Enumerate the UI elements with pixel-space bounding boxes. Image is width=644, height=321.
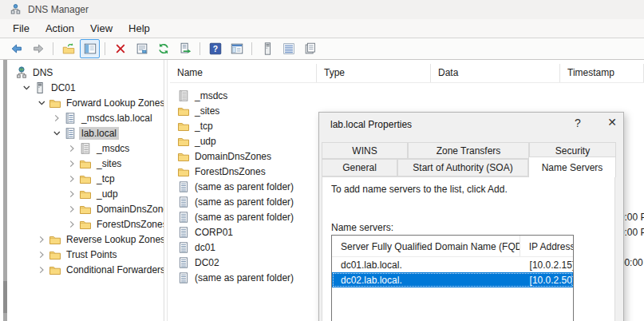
folder-icon bbox=[177, 135, 190, 148]
properties-window-button[interactable] bbox=[132, 39, 152, 58]
chevron-expanded-icon[interactable] bbox=[34, 98, 49, 108]
panel-divider-highlight bbox=[167, 60, 168, 321]
chevron-expanded-icon[interactable] bbox=[18, 83, 34, 93]
column-header-fqdn[interactable]: Server Fully Qualified Domain Name (FQDN… bbox=[332, 236, 520, 256]
chevron-collapsed-icon[interactable] bbox=[64, 159, 79, 168]
folder-icon bbox=[79, 218, 93, 231]
up-one-level-button[interactable] bbox=[58, 39, 78, 58]
dialog-title: lab.local Properties bbox=[330, 119, 412, 130]
tab-general[interactable]: General bbox=[322, 159, 397, 176]
dns-manager-window: { "window": { "title": "DNS Manager", "a… bbox=[0, 0, 644, 321]
menu-help[interactable]: Help bbox=[121, 20, 158, 37]
record-list-icon bbox=[282, 42, 296, 56]
toolbar-separator bbox=[53, 42, 53, 55]
server-icon bbox=[34, 81, 47, 94]
tree-item--msdcs[interactable]: _msdcs bbox=[7, 141, 164, 156]
tree-item--msdcs-lab-local[interactable]: _msdcs.lab.local bbox=[7, 110, 164, 125]
record-name: _msdcs bbox=[195, 90, 227, 101]
properties-dialog: lab.local Properties ? ✕ WINSZone Transf… bbox=[318, 112, 624, 321]
record-name: _udp bbox=[195, 136, 216, 147]
column-header-type[interactable]: Type bbox=[317, 64, 431, 82]
tree-item-forestdnszones[interactable]: ForestDnsZones bbox=[7, 216, 164, 232]
delete-icon bbox=[113, 42, 128, 56]
tab-start-of-authority-soa-[interactable]: Start of Authority (SOA) bbox=[397, 159, 528, 176]
dialog-help-button[interactable]: ? bbox=[568, 117, 587, 133]
record-icon bbox=[177, 211, 190, 224]
chevron-collapsed-icon[interactable] bbox=[64, 220, 79, 229]
tree-item-forward-lookup-zones[interactable]: Forward Lookup Zones bbox=[7, 95, 164, 110]
tree-item-dns[interactable]: DNS bbox=[7, 65, 164, 80]
menu-file[interactable]: File bbox=[5, 20, 38, 37]
new-window-icon bbox=[230, 42, 244, 56]
tree-item--udp[interactable]: _udp bbox=[7, 186, 164, 201]
name-server-row[interactable]: dc02.lab.local.[10.0.2.50] bbox=[332, 272, 573, 287]
chevron-collapsed-icon[interactable] bbox=[34, 250, 49, 260]
tree-item-lab-local[interactable]: lab.local bbox=[7, 125, 164, 141]
export-list-button[interactable] bbox=[175, 39, 195, 58]
help-button[interactable]: ? bbox=[205, 39, 225, 58]
list-column-headers: NameTypeDataTimestamp bbox=[170, 64, 644, 83]
record-name: _sites bbox=[195, 105, 219, 117]
record-icon bbox=[177, 196, 190, 208]
column-header-data[interactable]: Data bbox=[431, 64, 560, 82]
dialog-close-button[interactable]: ✕ bbox=[602, 116, 622, 133]
tree-item--sites[interactable]: _sites bbox=[7, 156, 164, 171]
title-bar: DNS Manager bbox=[0, 0, 644, 19]
chevron-collapsed-icon[interactable] bbox=[64, 144, 79, 153]
menu-bar: FileActionViewHelp bbox=[0, 19, 644, 38]
forward-arrow-button[interactable] bbox=[28, 39, 48, 58]
tab-name-servers[interactable]: Name Servers bbox=[528, 157, 616, 177]
show-console-tree-button[interactable] bbox=[80, 39, 100, 58]
folder-icon bbox=[49, 264, 62, 276]
zone-gray-icon bbox=[177, 89, 190, 102]
chevron-collapsed-icon[interactable] bbox=[34, 265, 49, 275]
record-name: _tcp bbox=[195, 121, 213, 132]
column-header-name[interactable]: Name bbox=[170, 64, 317, 82]
ns-ip: [10.0.2.15] bbox=[521, 260, 573, 271]
ns-fqdn: dc02.lab.local. bbox=[332, 275, 521, 286]
clipboard-button[interactable] bbox=[300, 39, 320, 58]
back-arrow-button[interactable] bbox=[6, 39, 26, 58]
chevron-collapsed-icon[interactable] bbox=[49, 113, 64, 123]
name-server-row[interactable]: dc01.lab.local.[10.0.2.15] bbox=[332, 257, 573, 272]
folder-icon bbox=[49, 233, 62, 246]
new-window-button[interactable] bbox=[227, 39, 247, 58]
menu-view[interactable]: View bbox=[82, 20, 121, 37]
chevron-collapsed-icon[interactable] bbox=[64, 189, 79, 199]
tab-wins[interactable]: WINS bbox=[322, 142, 408, 159]
chevron-collapsed-icon[interactable] bbox=[64, 204, 79, 214]
delete-button[interactable] bbox=[110, 39, 130, 58]
panel-divider[interactable] bbox=[164, 60, 164, 321]
chevron-collapsed-icon[interactable] bbox=[34, 235, 49, 244]
refresh-button[interactable] bbox=[153, 39, 173, 58]
tree-item-domaindnszones[interactable]: DomainDnsZones bbox=[7, 201, 164, 216]
record-list-button[interactable] bbox=[279, 39, 298, 58]
tree-item-reverse-lookup-zones[interactable]: Reverse Lookup Zones bbox=[7, 232, 164, 247]
name-server-rows: dc01.lab.local.[10.0.2.15]dc02.lab.local… bbox=[332, 257, 573, 287]
tree-item--tcp[interactable]: _tcp bbox=[7, 171, 164, 186]
menu-action[interactable]: Action bbox=[38, 20, 82, 37]
chevron-collapsed-icon[interactable] bbox=[64, 174, 79, 184]
tab-zone-transfers[interactable]: Zone Transfers bbox=[408, 142, 529, 159]
tree-item-trust-points[interactable]: Trust Points bbox=[7, 247, 164, 262]
list-row[interactable]: _msdcs bbox=[170, 88, 644, 103]
folder-icon bbox=[49, 248, 62, 261]
record-icon bbox=[177, 256, 190, 269]
record-name: CORP01 bbox=[195, 227, 233, 238]
server-rack-button[interactable] bbox=[257, 39, 277, 58]
column-header-timestamp[interactable]: Timestamp bbox=[560, 64, 644, 82]
ns-fqdn: dc01.lab.local. bbox=[332, 260, 521, 271]
folder-icon bbox=[177, 120, 190, 133]
tab-row-lower: GeneralStart of Authority (SOA)Name Serv… bbox=[322, 159, 616, 176]
folder-icon bbox=[79, 172, 93, 185]
tree-item-dc01[interactable]: DC01 bbox=[7, 80, 164, 95]
column-header-ip-address[interactable]: IP Address bbox=[520, 236, 573, 256]
toolbar-separator bbox=[200, 42, 200, 55]
refresh-icon bbox=[156, 42, 171, 56]
zone-icon bbox=[64, 127, 77, 140]
dialog-title-bar[interactable]: lab.local Properties ? ✕ bbox=[319, 113, 623, 138]
clipboard-icon bbox=[303, 42, 318, 56]
chevron-expanded-icon[interactable] bbox=[49, 129, 64, 138]
tree-item-conditional-forwarders[interactable]: Conditional Forwarders bbox=[7, 262, 164, 277]
record-name: (same as parent folder) bbox=[195, 212, 294, 223]
